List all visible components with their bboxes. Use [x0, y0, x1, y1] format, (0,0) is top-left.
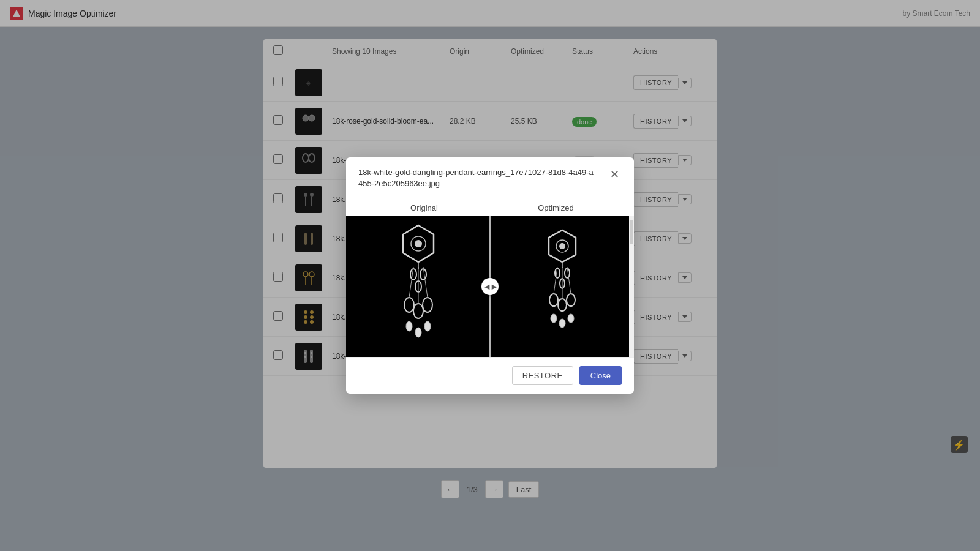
close-button[interactable]: Close [579, 366, 622, 385]
svg-point-37 [424, 321, 431, 331]
original-label: Original [358, 203, 490, 212]
modal-body: ◄► [346, 216, 634, 357]
modal-scrollbar[interactable] [629, 216, 634, 357]
optimized-jewelry [490, 216, 634, 357]
svg-point-53 [568, 314, 574, 323]
svg-point-33 [413, 304, 423, 318]
svg-point-51 [551, 314, 557, 323]
compare-handle[interactable]: ◄► [481, 278, 499, 295]
modal-overlay[interactable]: 18k-white-gold-dangling-pendant-earrings… [0, 0, 980, 551]
svg-point-34 [423, 298, 432, 312]
svg-point-52 [559, 319, 565, 328]
svg-point-44 [559, 243, 565, 249]
modal-dialog: 18k-white-gold-dangling-pendant-earrings… [346, 157, 634, 394]
restore-button[interactable]: RESTORE [512, 366, 573, 385]
svg-point-29 [410, 269, 417, 280]
modal-title: 18k-white-gold-dangling-pendant-earrings… [358, 167, 607, 189]
svg-point-35 [406, 321, 412, 331]
modal-footer: RESTORE Close [346, 357, 634, 394]
modal-close-button[interactable]: ✕ [607, 167, 622, 182]
original-jewelry [346, 216, 490, 357]
compare-labels: Original Optimized [346, 197, 634, 216]
compare-area[interactable]: ◄► [346, 216, 634, 357]
svg-point-45 [555, 268, 560, 278]
original-earring-svg [382, 219, 455, 354]
svg-point-32 [404, 298, 414, 312]
svg-point-28 [415, 240, 422, 247]
svg-point-49 [558, 299, 567, 311]
optimized-earring-svg [532, 225, 593, 348]
optimized-label: Optimized [490, 203, 622, 212]
svg-point-31 [420, 269, 426, 280]
svg-point-47 [565, 268, 570, 278]
svg-point-36 [415, 328, 421, 337]
svg-point-50 [567, 294, 575, 306]
modal-header: 18k-white-gold-dangling-pendant-earrings… [346, 157, 634, 197]
svg-point-48 [549, 294, 558, 306]
compare-arrows-icon: ◄► [483, 282, 497, 291]
optimized-image-half [490, 216, 634, 357]
scrollbar-thumb [630, 220, 633, 244]
original-image-half [346, 216, 490, 357]
